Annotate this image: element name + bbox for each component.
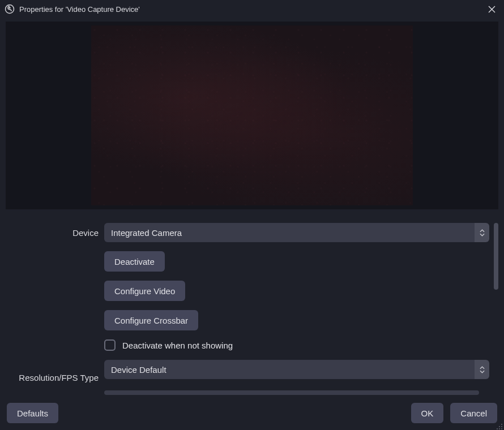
device-select[interactable]: Integrated Camera <box>104 223 489 242</box>
device-select-value: Integrated Camera <box>104 223 475 242</box>
deactivate-when-not-showing-label: Deactivate when not showing <box>122 341 233 350</box>
titlebar: Properties for 'Video Capture Device' <box>0 0 504 18</box>
dialog-button-bar: Defaults OK Cancel <box>0 401 504 425</box>
resolution-fps-select-spinner[interactable] <box>475 360 489 379</box>
chevron-up-icon <box>480 366 485 369</box>
svg-point-5 <box>497 428 498 429</box>
resolution-fps-select[interactable]: Device Default <box>104 360 489 379</box>
defaults-button[interactable]: Defaults <box>7 403 58 423</box>
obs-logo-icon <box>5 4 15 14</box>
video-preview-area <box>6 22 498 209</box>
svg-point-7 <box>501 428 502 429</box>
device-row: Device Integrated Camera <box>6 223 489 242</box>
window-title: Properties for 'Video Capture Device' <box>19 5 479 14</box>
resolution-fps-label: Resolution/FPS Type <box>6 373 99 382</box>
resolution-fps-row: Resolution/FPS Type Device Default <box>6 360 489 395</box>
chevron-down-icon <box>480 233 485 236</box>
vertical-scrollbar[interactable] <box>494 223 498 290</box>
configure-crossbar-button[interactable]: Configure Crossbar <box>104 310 198 330</box>
chevron-down-icon <box>480 370 485 373</box>
horizontal-scroll-row <box>104 390 489 395</box>
svg-point-1 <box>8 7 10 8</box>
svg-point-6 <box>499 428 500 429</box>
svg-point-4 <box>501 426 502 427</box>
cancel-button[interactable]: Cancel <box>450 403 497 423</box>
resize-grip-icon[interactable] <box>496 422 503 429</box>
device-select-spinner[interactable] <box>475 223 489 242</box>
svg-point-3 <box>499 426 500 427</box>
ok-button[interactable]: OK <box>411 403 444 423</box>
close-icon <box>488 6 496 13</box>
actions-row: Deactivate Configure Video Configure Cro… <box>6 251 489 351</box>
deactivate-when-not-showing-checkbox[interactable] <box>104 339 116 351</box>
chevron-up-icon <box>480 229 485 233</box>
close-button[interactable] <box>484 1 499 17</box>
deactivate-button[interactable]: Deactivate <box>104 251 165 272</box>
horizontal-scrollbar[interactable] <box>104 390 479 395</box>
svg-point-2 <box>501 424 502 425</box>
settings-panel: Device Integrated Camera Deactivate Conf… <box>6 223 498 398</box>
configure-video-button[interactable]: Configure Video <box>104 281 185 301</box>
device-label: Device <box>6 228 99 238</box>
deactivate-when-not-showing-row: Deactivate when not showing <box>104 339 489 351</box>
resolution-fps-select-value: Device Default <box>104 360 475 379</box>
video-preview-image <box>91 25 413 205</box>
